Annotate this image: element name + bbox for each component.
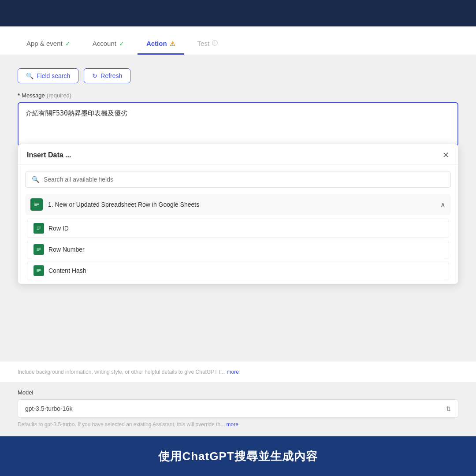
search-icon: 🔍 <box>26 72 33 79</box>
info-icon-test: ⓘ <box>212 39 218 47</box>
tab-action[interactable]: Action ⚠ <box>138 40 184 55</box>
field-item-row-id[interactable]: Row ID <box>27 219 449 238</box>
check-icon-account: ✓ <box>119 40 124 47</box>
svg-rect-6 <box>37 228 41 228</box>
refresh-icon: ↻ <box>92 72 97 79</box>
popup-header: Insert Data ... ✕ <box>18 144 458 165</box>
popup-title: Insert Data ... <box>27 151 71 159</box>
svg-rect-10 <box>37 249 41 249</box>
insert-data-popup: Insert Data ... ✕ 🔍 <box>18 144 458 284</box>
tab-test[interactable]: Test ⓘ <box>189 39 227 55</box>
refresh-button[interactable]: ↻ Refresh <box>84 68 130 83</box>
field-item-content-hash[interactable]: Content Hash <box>27 261 449 280</box>
select-arrows-icon: ⇅ <box>446 405 451 412</box>
toolbar: 🔍 Field search ↻ Refresh <box>18 68 458 83</box>
svg-rect-9 <box>37 248 41 249</box>
tab-action-label: Action <box>146 40 167 47</box>
tab-account-label: Account <box>93 40 116 47</box>
spreadsheet-title: 1. New or Updated Spreadsheet Row in Goo… <box>48 201 199 208</box>
model-label: Model <box>18 389 458 396</box>
tab-account[interactable]: Account ✓ <box>84 40 133 55</box>
message-field-group: * Message (required) 介紹有關F530熱昇墨印表機及優劣 <box>18 92 458 148</box>
field-item-row-number[interactable]: Row Number <box>27 240 449 259</box>
refresh-label: Refresh <box>100 72 122 79</box>
hint-area: Include background information, writing … <box>0 361 476 382</box>
field-name-row-number: Row Number <box>48 246 85 253</box>
model-section: Model gpt-3.5-turbo-16k ⇅ Defaults to gp… <box>0 382 476 436</box>
hint-text: Include background information, writing … <box>18 369 225 375</box>
spreadsheet-header[interactable]: 1. New or Updated Spreadsheet Row in Goo… <box>25 194 451 215</box>
field-items: Row ID Row Number <box>25 219 451 280</box>
model-select[interactable]: gpt-3.5-turbo-16k ⇅ <box>18 399 458 418</box>
close-button[interactable]: ✕ <box>443 151 449 159</box>
spreadsheet-header-left: 1. New or Updated Spreadsheet Row in Goo… <box>30 198 199 211</box>
bottom-banner: 使用ChatGPT搜尋並生成內容 <box>0 436 476 476</box>
field-search-label: Field search <box>37 72 70 79</box>
model-value: gpt-3.5-turbo-16k <box>25 405 72 412</box>
field-icon-row-number <box>33 244 44 255</box>
check-icon-app-event: ✓ <box>65 40 71 47</box>
spreadsheet-section: 1. New or Updated Spreadsheet Row in Goo… <box>18 194 458 284</box>
field-name-content-hash: Content Hash <box>48 267 86 274</box>
main-content: App & event ✓ Account ✓ Action ⚠ Test ⓘ … <box>0 26 476 436</box>
chevron-up-icon: ∧ <box>440 201 446 209</box>
message-label: * Message (required) <box>18 92 458 99</box>
svg-rect-11 <box>37 250 39 251</box>
model-hint-text: Defaults to gpt-3.5-turbo. If you have s… <box>18 421 225 428</box>
message-label-text: Message <box>22 92 45 99</box>
content-area: 🔍 Field search ↻ Refresh * Message (requ… <box>0 55 476 361</box>
model-more-link[interactable]: more <box>227 421 238 428</box>
tab-app-event[interactable]: App & event ✓ <box>18 40 79 55</box>
search-box[interactable]: 🔍 <box>25 171 451 188</box>
search-input[interactable] <box>44 176 444 183</box>
svg-rect-5 <box>37 227 41 227</box>
message-textarea[interactable]: 介紹有關F530熱昇墨印表機及優劣 <box>18 102 458 146</box>
model-hint: Defaults to gpt-3.5-turbo. If you have s… <box>18 421 458 428</box>
svg-rect-15 <box>37 271 39 272</box>
banner-text: 使用ChatGPT搜尋並生成內容 <box>158 449 317 464</box>
svg-rect-7 <box>37 229 39 230</box>
field-icon-row-id <box>33 223 44 234</box>
field-name-row-id: Row ID <box>48 225 69 232</box>
tab-app-event-label: App & event <box>26 40 63 47</box>
hint-more-link[interactable]: more <box>227 369 238 375</box>
svg-rect-3 <box>34 205 37 206</box>
svg-rect-2 <box>34 204 39 205</box>
svg-rect-13 <box>37 269 41 270</box>
warn-icon-action: ⚠ <box>170 40 175 47</box>
svg-rect-14 <box>37 270 41 271</box>
required-text: (required) <box>47 92 71 99</box>
svg-rect-1 <box>34 203 39 204</box>
tab-test-label: Test <box>197 40 210 47</box>
spreadsheet-icon <box>30 198 43 211</box>
field-icon-content-hash <box>33 265 44 276</box>
field-search-button[interactable]: 🔍 Field search <box>18 68 78 83</box>
required-star: * <box>18 92 20 99</box>
tab-bar: App & event ✓ Account ✓ Action ⚠ Test ⓘ <box>0 26 476 55</box>
search-box-icon: 🔍 <box>32 176 39 183</box>
top-bar <box>0 0 476 26</box>
